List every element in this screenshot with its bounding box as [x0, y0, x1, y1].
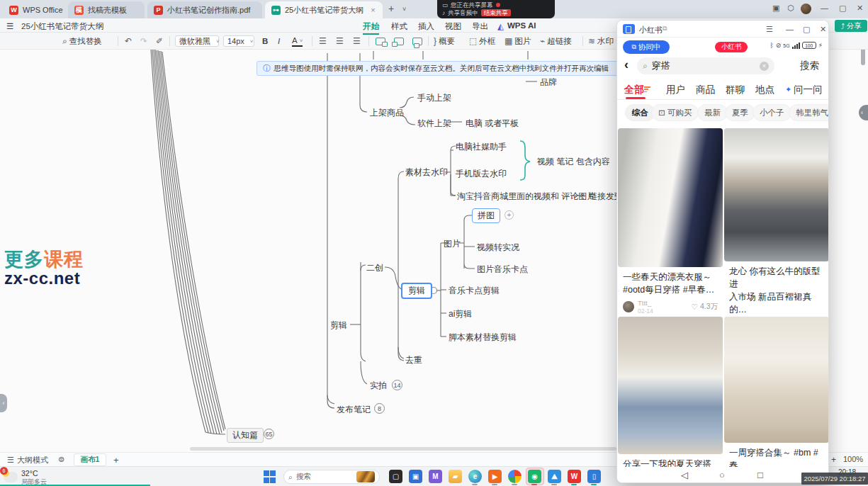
- avatar[interactable]: [623, 301, 634, 312]
- tab-template[interactable]: 模 找稿壳模板: [68, 1, 145, 18]
- italic-button[interactable]: I: [278, 35, 280, 47]
- zoom-level[interactable]: 100%: [843, 455, 863, 463]
- clear-search-icon[interactable]: ×: [760, 62, 769, 71]
- tab-places[interactable]: 地点: [755, 84, 774, 96]
- window-minimize-button[interactable]: —: [821, 4, 828, 12]
- search-highlight-image[interactable]: [356, 471, 375, 482]
- tab-pdf[interactable]: P 小红书笔记创作指南.pdf: [147, 1, 262, 18]
- phone-link-icon[interactable]: ▯: [587, 470, 601, 483]
- taskbar-search[interactable]: ⌕ 搜索: [283, 470, 380, 484]
- font-family-select[interactable]: 微软雅黑 ˅: [175, 35, 219, 47]
- align-left-button[interactable]: ☰: [319, 35, 327, 47]
- redo-button[interactable]: ↷: [140, 35, 147, 47]
- undo-button[interactable]: ↶: [125, 35, 132, 47]
- watermark-button[interactable]: ≋ 水印 ˅: [588, 35, 619, 47]
- media-app-icon[interactable]: M: [429, 470, 442, 483]
- node-video-to-live[interactable]: 视频转实况: [477, 242, 519, 254]
- briefcase-app-icon[interactable]: ▣: [409, 470, 422, 483]
- tab-ask[interactable]: 问一问: [794, 84, 823, 96]
- close-tab-icon[interactable]: ×: [371, 6, 375, 14]
- align-right-button[interactable]: ☰: [353, 35, 361, 47]
- hyperlink-button[interactable]: ⌁ 超链接: [540, 35, 572, 47]
- font-color-button[interactable]: A˅: [292, 35, 303, 47]
- format-painter-button[interactable]: ✐: [156, 35, 163, 47]
- tab-users[interactable]: 用户: [666, 84, 685, 96]
- search-input[interactable]: ⌕ 穿搭 ×: [637, 57, 774, 74]
- zoom-in-button[interactable]: +: [831, 455, 836, 465]
- tab-goods[interactable]: 商品: [696, 84, 715, 96]
- task-view-icon[interactable]: ▢: [389, 470, 402, 483]
- node-picture[interactable]: 图片: [444, 238, 461, 250]
- phone-close-button[interactable]: ✕: [820, 25, 826, 34]
- menu-tab-home[interactable]: 开始: [363, 21, 379, 35]
- chip-summer[interactable]: 夏季: [725, 104, 755, 121]
- node-shelf-product[interactable]: 上架商品: [370, 107, 404, 119]
- insert-subtopic-button[interactable]: [394, 35, 404, 47]
- layout-icon[interactable]: ▣: [772, 4, 779, 13]
- align-center-button[interactable]: ☰: [336, 35, 344, 47]
- chip-buyable[interactable]: ⊡可购买: [651, 104, 699, 121]
- insert-image-button[interactable]: ▦ 图片: [505, 35, 531, 47]
- window-close-button[interactable]: ✕: [857, 4, 863, 13]
- find-replace-button[interactable]: ⌕ 查找替换: [62, 35, 102, 47]
- node-edit-parent[interactable]: 剪辑: [330, 320, 347, 332]
- menu-tab-style[interactable]: 样式: [391, 21, 407, 32]
- new-tab-button[interactable]: +: [388, 3, 394, 14]
- insert-topic-button[interactable]: [376, 35, 385, 47]
- node-publish-note[interactable]: 发布笔记: [337, 404, 371, 416]
- search-button[interactable]: 搜索: [800, 60, 819, 72]
- window-maximize-button[interactable]: ▢: [839, 4, 846, 13]
- node-software-shelf[interactable]: 软件上架: [417, 118, 451, 130]
- phone-maximize-button[interactable]: ▢: [803, 25, 810, 34]
- orange-app-icon[interactable]: ▶: [488, 470, 502, 483]
- node-edit-selected[interactable]: 剪辑: [401, 283, 432, 299]
- settings-icon[interactable]: ⬡: [787, 4, 794, 13]
- node-taobao-douyin[interactable]: 淘宝抖音商城里面的视频和 评论图片: [457, 191, 595, 203]
- photos-app-icon[interactable]: ⛰: [548, 470, 561, 483]
- node-cognition[interactable]: 认知篇: [227, 428, 264, 443]
- filter-icon[interactable]: [644, 86, 650, 92]
- wps-app-icon[interactable]: W: [568, 470, 581, 483]
- file-explorer-icon[interactable]: ▰: [449, 470, 462, 483]
- outline-button[interactable]: } 概要: [434, 35, 455, 47]
- edge-browser-icon[interactable]: e: [468, 470, 482, 483]
- node-real-shoot[interactable]: 实拍: [370, 380, 387, 392]
- like-count[interactable]: ♡4.3万: [691, 302, 718, 312]
- layers-button[interactable]: ⊜: [58, 455, 64, 464]
- tab-mindmap-active[interactable]: ⊶ 25小红书笔记带货大纲 ×: [265, 1, 383, 18]
- bold-button[interactable]: B: [262, 35, 268, 47]
- node-video-note[interactable]: 视频 笔记 包含内容: [537, 156, 610, 168]
- horizontal-scrollbar[interactable]: [190, 447, 616, 451]
- share-button[interactable]: ⤴ 分享: [835, 20, 867, 32]
- chip-newest[interactable]: 最新: [697, 104, 728, 121]
- chip-korean-style[interactable]: 韩里韩气: [789, 104, 829, 121]
- note-image[interactable]: [724, 128, 829, 261]
- note-image[interactable]: [618, 317, 723, 454]
- nav-back-button[interactable]: ◁: [681, 470, 688, 480]
- weather-widget[interactable]: 6 32°C 局部多云: [4, 469, 47, 486]
- tab-all[interactable]: 全部: [624, 84, 644, 96]
- node-mobile-watermark[interactable]: 手机版去水印: [456, 168, 507, 180]
- node-pic-music-beat[interactable]: 图片音乐卡点: [477, 264, 528, 276]
- collaboration-badge[interactable]: ⧉ 协同中: [623, 40, 670, 54]
- outline-mode-button[interactable]: ☰ 大纲模式: [7, 455, 48, 465]
- wechat-icon[interactable]: ◉: [528, 470, 541, 483]
- node-second-creation[interactable]: 二创: [366, 262, 383, 274]
- add-child-button[interactable]: +: [505, 210, 514, 220]
- add-canvas-button[interactable]: +: [113, 455, 119, 465]
- user-avatar[interactable]: [801, 4, 811, 14]
- font-size-select[interactable]: 14px ˅: [223, 35, 254, 47]
- node-script-replace-edit[interactable]: 脚本素材替换剪辑: [449, 332, 517, 344]
- tab-wps-home[interactable]: W WPS Office: [3, 1, 65, 18]
- phone-window-titlebar[interactable]: 小红书 ⧉ ☰ — ▢ ✕: [617, 21, 828, 38]
- nav-home-button[interactable]: ○: [719, 470, 725, 480]
- node-dedup[interactable]: 去重: [405, 354, 422, 366]
- note-card[interactable]: 分享一下我的夏天穿搭合: [618, 317, 723, 483]
- node-pc-helper[interactable]: 电脑社媒助手: [456, 141, 507, 153]
- tab-list-caret[interactable]: ˅: [402, 6, 406, 13]
- menu-tab-insert[interactable]: 插入: [418, 21, 434, 32]
- node-remove-watermark[interactable]: 素材去水印: [405, 166, 448, 179]
- back-icon[interactable]: ‹: [624, 57, 629, 72]
- node-music-beat-edit[interactable]: 音乐卡点剪辑: [449, 285, 500, 297]
- chip-petite[interactable]: 小个子: [753, 104, 791, 121]
